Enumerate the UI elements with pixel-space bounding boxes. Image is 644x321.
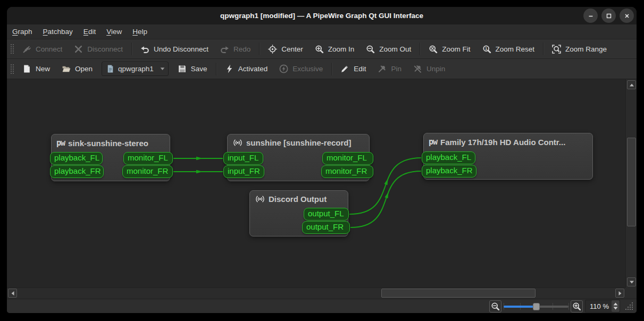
titlebar[interactable]: qpwgraph1 [modified] — A PipeWire Graph …	[7, 7, 637, 24]
port-input_FR[interactable]: input_FR	[223, 165, 264, 178]
port-monitor_FL[interactable]: monitor_FL	[123, 152, 173, 165]
arrow-left-icon	[10, 291, 15, 296]
toolbar-label: Zoom Range	[565, 45, 607, 53]
toolbar-undo-disconnect-button[interactable]: Undo Disconnect	[135, 41, 214, 57]
zoom-spinbox[interactable]: 110 %	[585, 300, 620, 312]
port-input_FL[interactable]: input_FL	[223, 152, 263, 165]
toolbar-zoom-range-button[interactable]: Zoom Range	[546, 41, 613, 57]
zoom-value: 110 %	[590, 302, 612, 310]
toolbar-separator	[543, 43, 543, 55]
port-playback_FL[interactable]: playback_FL	[422, 151, 475, 164]
menu-view[interactable]: View	[101, 26, 127, 38]
vertical-scrollbar[interactable]	[625, 79, 637, 288]
resize-grip[interactable]	[623, 301, 634, 311]
redo-icon	[220, 45, 229, 54]
spinbox-arrows[interactable]	[612, 300, 620, 312]
toolbar-zoom-fit-button[interactable]: Zoom Fit	[423, 41, 476, 57]
port-label: monitor_FL	[128, 153, 168, 162]
menu-graph[interactable]: Graph	[7, 26, 38, 38]
maximize-button[interactable]	[601, 9, 616, 23]
toolbar-pin-button[interactable]: Pin	[372, 61, 407, 77]
port-label: monitor_FL	[327, 153, 367, 162]
toolbar-activated-button[interactable]: Activated	[219, 61, 274, 77]
toolbar-handle[interactable]	[10, 43, 14, 55]
save-icon	[178, 64, 187, 73]
port-playback_FR[interactable]: playback_FR	[422, 165, 476, 178]
port-output_FR[interactable]: output_FR	[302, 221, 350, 234]
menu-patchbay[interactable]: Patchbay	[38, 26, 78, 38]
toolbar-label: Save	[191, 65, 207, 73]
toolbar-unpin-button[interactable]: Unpin	[407, 61, 451, 77]
port-output_FL[interactable]: output_FL	[304, 208, 349, 221]
pin-icon	[378, 64, 387, 73]
menu-edit[interactable]: Edit	[78, 26, 101, 38]
close-icon	[623, 12, 631, 20]
toolbar-zoom-out-button[interactable]: Zoom Out	[360, 41, 417, 57]
toolbar-zoom-in-button[interactable]: Zoom In	[309, 41, 361, 57]
edge-arrow	[384, 178, 389, 185]
toolbar-label: Disconnect	[87, 45, 123, 53]
graph-viewport[interactable]: pwsink-sunshine-stereoplayback_FLplaybac…	[7, 79, 625, 288]
node-title: sunshine [sunshine-record]	[228, 134, 369, 147]
toolbar-redo-button[interactable]: Redo	[214, 41, 256, 57]
port-label: output_FL	[308, 209, 344, 218]
port-monitor_FR[interactable]: monitor_FR	[122, 165, 173, 178]
zoom-slider-handle[interactable]	[533, 303, 540, 310]
minimize-button[interactable]	[583, 9, 598, 23]
node-title-text: Family 17h/19h HD Audio Contr...	[440, 138, 565, 147]
node-title-text: sunshine [sunshine-record]	[246, 138, 352, 147]
toolbar-label: Redo	[233, 45, 250, 53]
svg-text:1: 1	[485, 46, 488, 51]
edit-icon	[340, 64, 349, 73]
horizontal-scrollbar[interactable]	[7, 288, 625, 299]
toolbar-patchbay: New Open qpwgraph1 SaveActivated Exclusi…	[7, 58, 637, 79]
toolbar-open-button[interactable]: Open	[56, 61, 98, 77]
toolbar-handle[interactable]	[10, 63, 14, 75]
statusbar-zoom-in-button[interactable]	[571, 300, 583, 312]
port-label: playback_FR	[54, 166, 101, 175]
toolbar-new-button[interactable]: New	[16, 61, 56, 77]
toolbar-label: Connect	[36, 45, 62, 53]
port-playback_FL[interactable]: playback_FL	[50, 152, 103, 165]
node-title-text: sink-sunshine-stereo	[68, 139, 148, 148]
close-button[interactable]	[620, 9, 634, 23]
toolbar-connect-button[interactable]: Connect	[16, 41, 68, 57]
toolbar-exclusive-button[interactable]: Exclusive	[273, 61, 329, 77]
toolbar-separator	[259, 43, 260, 55]
window-title: qpwgraph1 [modified] — A PipeWire Graph …	[220, 12, 423, 20]
zoom-slider-fill	[504, 306, 536, 308]
exclusive-icon	[279, 64, 288, 73]
node-title: Discord Output	[250, 191, 348, 204]
pipewire-icon: pw	[429, 137, 437, 147]
port-playback_FR[interactable]: playback_FR	[50, 165, 104, 178]
toolbar-save-button[interactable]: Save	[172, 61, 213, 77]
statusbar-zoom-out-button[interactable]	[489, 300, 501, 312]
patchbay-profile-combobox[interactable]: qpwgraph1	[102, 62, 169, 76]
port-monitor_FR[interactable]: monitor_FR	[321, 165, 373, 178]
stream-icon	[232, 138, 243, 147]
zoom-reset-icon: 1	[482, 45, 491, 54]
node-title: pwFamily 17h/19h HD Audio Contr...	[424, 133, 592, 147]
hscroll-thumb[interactable]	[381, 289, 536, 298]
edge-arrow	[196, 170, 203, 173]
toolbar-disconnect-button[interactable]: Disconnect	[68, 41, 129, 57]
zoom-slider[interactable]	[504, 300, 568, 312]
slider-tick	[568, 303, 569, 310]
center-icon	[268, 45, 277, 54]
vscroll-thumb[interactable]	[627, 138, 636, 226]
port-label: monitor_FR	[127, 166, 168, 175]
toolbar-zoom-reset-button[interactable]: 1Zoom Reset	[476, 41, 541, 57]
zoom-in-icon	[572, 302, 581, 311]
port-label: input_FR	[228, 166, 260, 175]
port-label: playback_FL	[426, 153, 471, 162]
menu-help[interactable]: Help	[127, 26, 153, 38]
port-label: input_FL	[228, 153, 258, 162]
toolbar-center-button[interactable]: Center	[262, 41, 309, 57]
scroll-up-button[interactable]	[627, 80, 636, 89]
scroll-down-button[interactable]	[627, 277, 636, 286]
scroll-left-button[interactable]	[8, 289, 17, 298]
toolbar-edit-button[interactable]: Edit	[334, 61, 372, 77]
scroll-right-button[interactable]	[615, 289, 624, 298]
arrow-up-icon	[629, 82, 634, 88]
port-monitor_FL[interactable]: monitor_FL	[322, 152, 373, 165]
